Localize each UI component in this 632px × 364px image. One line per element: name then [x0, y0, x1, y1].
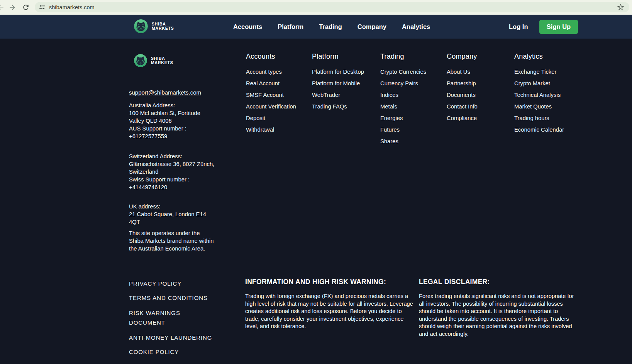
browser-window: shibamarkets.com [0, 0, 632, 364]
footer-link-trading-faqs[interactable]: Trading FAQs [312, 103, 364, 110]
footer-column-platform: Platform Platform for Desktop Platform f… [312, 52, 364, 115]
footer-link-platform-desktop[interactable]: Platform for Desktop [312, 68, 364, 76]
footer-link-indices[interactable]: Indices [380, 91, 426, 99]
signup-button[interactable]: Sign Up [539, 20, 578, 34]
footer-link-crypto-market[interactable]: Crypto Market [514, 80, 564, 87]
forward-icon[interactable] [8, 3, 16, 11]
bookmark-star-icon[interactable] [617, 3, 625, 11]
nav-item-accounts[interactable]: Accounts [233, 23, 262, 30]
brand-wordmark: SHIBA MARKETS [152, 22, 174, 31]
nav-item-analytics[interactable]: Analytics [402, 23, 430, 30]
footer-link-account-types[interactable]: Account types [246, 68, 296, 76]
support-email-link[interactable]: support@shibamarkets.com [129, 89, 201, 96]
footer-link-about-us[interactable]: About Us [447, 68, 478, 76]
footer-link-compliance[interactable]: Compliance [447, 115, 478, 122]
footer-link-currency-pairs[interactable]: Currency Pairs [380, 80, 426, 87]
brand-wordmark: SHIBA MARKETS [151, 56, 173, 65]
legal-link-privacy-policy[interactable]: PRIVACY POLICY [129, 279, 212, 288]
footer-link-futures[interactable]: Futures [380, 126, 426, 134]
footer-link-technical-analysis[interactable]: Technical Analysis [514, 91, 564, 99]
footer-link-documents[interactable]: Documents [447, 91, 478, 99]
footer-link-platform-mobile[interactable]: Platform for Mobile [312, 80, 364, 87]
address-australia: Australia Address: 100 McLachlan St, For… [129, 102, 218, 140]
footer-link-shares[interactable]: Shares [380, 138, 426, 145]
legal-link-terms-and-conditions[interactable]: TERMS AND CONDITIONS [129, 294, 212, 302]
browser-toolbar: shibamarkets.com [0, 0, 632, 15]
brand-operation-note: This site operates under the Shiba Marke… [129, 229, 218, 252]
footer-link-deposit[interactable]: Deposit [246, 115, 296, 122]
footer-link-contact-info[interactable]: Contact Info [447, 103, 478, 110]
legal-link-risk-warnings-document[interactable]: RISK WARNINGS DOCUMENT [129, 308, 206, 327]
nav-item-company[interactable]: Company [358, 23, 386, 30]
address-uk: UK address: 21 Cabot Square, London E14 … [129, 203, 218, 226]
shiba-logo-icon [134, 54, 147, 67]
footer-link-economic-calendar[interactable]: Economic Calendar [514, 126, 564, 134]
nav-item-trading[interactable]: Trading [319, 23, 342, 30]
footer-column-accounts: Accounts Account types Real Account SMSF… [246, 52, 296, 138]
risk-warning-text: Trading with foreign exchange (FX) and p… [245, 293, 415, 330]
legal-link-cookie-policy[interactable]: COOKIE POLICY [129, 348, 212, 356]
legal-disclaimer-block: LEGAL DISCLAIMER: Forex trading entails … [419, 278, 578, 338]
risk-warning-title: INFORMATION AND HIGH RISK WARNING: [245, 278, 415, 286]
footer-link-smsf-account[interactable]: SMSF Account [246, 91, 296, 99]
site-settings-icon[interactable] [39, 4, 45, 10]
column-title: Platform [312, 52, 364, 61]
footer-link-real-account[interactable]: Real Account [246, 80, 296, 87]
reload-icon[interactable] [22, 3, 30, 11]
footer-link-webtrader[interactable]: WebTrader [312, 91, 364, 99]
footer-link-energies[interactable]: Energies [380, 115, 426, 122]
back-icon[interactable] [0, 3, 5, 11]
footer-link-market-quotes[interactable]: Market Quotes [514, 103, 564, 110]
address-switzerland: Switzerland Address: Glärnischstrasse 36… [129, 152, 218, 191]
footer-link-exchange-ticker[interactable]: Exchange Ticker [514, 68, 564, 76]
footer-link-partnership[interactable]: Partnership [447, 80, 478, 87]
legal-disclaimer-text: Forex trading entails significant risks … [419, 293, 578, 338]
footer-link-crypto-currencies[interactable]: Crypto Currencies [380, 68, 426, 76]
page-footer: SHIBA MARKETS support@shibamarkets.com A… [0, 39, 632, 364]
column-title: Accounts [246, 52, 296, 61]
url-text[interactable]: shibamarkets.com [49, 4, 95, 10]
nav-menu: Accounts Platform Trading Company Analyt… [233, 15, 430, 39]
footer-column-analytics: Analytics Exchange Ticker Crypto Market … [514, 52, 564, 138]
legal-link-anti-money-laundering[interactable]: ANTI-MONEY LAUNDERING [129, 334, 212, 342]
footer-column-company: Company About Us Partnership Documents C… [447, 52, 478, 126]
login-button[interactable]: Log In [509, 15, 528, 39]
main-navbar: SHIBA MARKETS Accounts Platform Trading … [0, 15, 632, 39]
footer-logo: SHIBA MARKETS [134, 54, 173, 67]
column-title: Analytics [514, 52, 564, 61]
legal-disclaimer-title: LEGAL DISCLAIMER: [419, 278, 578, 286]
nav-item-platform[interactable]: Platform [278, 23, 303, 30]
footer-link-trading-hours[interactable]: Trading hours [514, 115, 564, 122]
footer-link-metals[interactable]: Metals [380, 103, 426, 110]
footer-link-account-verification[interactable]: Account Verification [246, 103, 296, 110]
url-bar[interactable]: shibamarkets.com [35, 2, 629, 12]
risk-warning-block: INFORMATION AND HIGH RISK WARNING: Tradi… [245, 278, 415, 330]
footer-link-withdrawal[interactable]: Withdrawal [246, 126, 296, 134]
navbar-logo[interactable]: SHIBA MARKETS [134, 19, 174, 33]
shiba-logo-icon [134, 19, 148, 33]
footer-column-trading: Trading Crypto Currencies Currency Pairs… [380, 52, 426, 149]
column-title: Company [447, 52, 478, 61]
legal-links: PRIVACY POLICY TERMS AND CONDITIONS RISK… [129, 279, 212, 362]
column-title: Trading [380, 52, 426, 61]
